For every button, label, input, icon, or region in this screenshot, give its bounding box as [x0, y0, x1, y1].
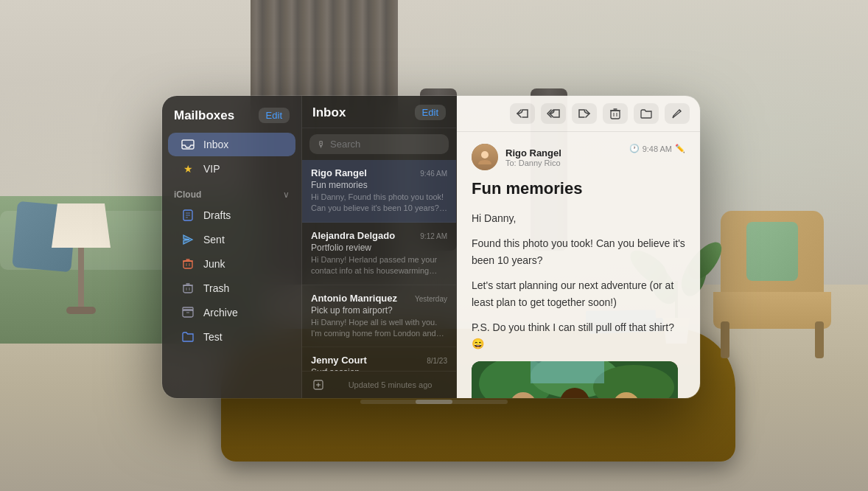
- sidebar-item-drafts[interactable]: Drafts: [168, 203, 295, 227]
- archive-icon: [180, 307, 196, 318]
- email-item-header-1: Rigo Rangel 9:46 AM: [311, 167, 447, 178]
- mailboxes-sidebar: Mailboxes Edit Inbox ★ VIP iCloud ∨: [162, 96, 302, 398]
- archive-label: Archive: [203, 307, 238, 318]
- search-input[interactable]: [330, 139, 441, 150]
- body-line-3: Let's start planning our next adventure …: [472, 277, 685, 310]
- email-list: Rigo Rangel 9:46 AM Fun memories Hi Dann…: [302, 160, 456, 371]
- email-item-2[interactable]: Alejandra Delgado 9:12 AM Portfolio revi…: [302, 223, 456, 285]
- avatar-face: [472, 144, 498, 170]
- drafts-icon: [180, 209, 196, 221]
- svg-rect-21: [611, 111, 620, 119]
- forward-button[interactable]: [572, 103, 597, 124]
- sidebar-edit-button[interactable]: Edit: [259, 108, 290, 123]
- body-line-2: Found this photo you took! Can you belie…: [472, 235, 685, 268]
- email-item-header-4: Jenny Court 8/1/23: [311, 355, 447, 366]
- floor-lamp: [52, 203, 111, 314]
- lamp-foot: [66, 307, 96, 314]
- star-icon: ★: [180, 163, 196, 175]
- icloud-label: iCloud: [174, 189, 201, 200]
- sender-avatar: [472, 144, 498, 170]
- body-line-1: Hi Danny,: [472, 210, 685, 226]
- updated-status: Updated 5 minutes ago: [332, 380, 449, 389]
- email-detail-time-value: 9:48 AM: [643, 144, 672, 153]
- email-list-header: Inbox Edit: [302, 96, 456, 128]
- email-preview-2: Hi Danny! Herland passed me your contact…: [311, 254, 447, 277]
- from-text-info: Rigo Rangel To: Danny Rico: [505, 147, 561, 167]
- icloud-header: iCloud ∨: [162, 187, 301, 203]
- move-button[interactable]: [634, 103, 659, 124]
- reply-all-button[interactable]: [541, 103, 566, 124]
- email-detail-content: Rigo Rangel To: Danny Rico 🕐 9:48 AM ✏️ …: [457, 132, 700, 398]
- body-line-4: P.S. Do you think I can still pull off t…: [472, 319, 685, 352]
- recipient-line: To: Danny Rico: [505, 159, 561, 167]
- sidebar-item-sent[interactable]: Sent: [168, 228, 295, 251]
- svg-rect-5: [183, 261, 192, 268]
- chair-seat: [713, 292, 831, 329]
- test-label: Test: [203, 331, 223, 343]
- sidebar-item-trash[interactable]: Trash: [168, 276, 295, 300]
- drafts-label: Drafts: [203, 209, 231, 221]
- email-sender-4: Jenny Court: [311, 355, 367, 366]
- email-detail-header: Rigo Rangel To: Danny Rico 🕐 9:48 AM ✏️: [472, 144, 685, 170]
- email-detail-panel: Rigo Rangel To: Danny Rico 🕐 9:48 AM ✏️ …: [457, 96, 700, 398]
- email-detail-time-block: 🕐 9:48 AM ✏️: [629, 144, 685, 153]
- delete-button[interactable]: [603, 103, 628, 124]
- chevron-down-icon: ∨: [283, 189, 290, 200]
- scrollbar-thumb[interactable]: [416, 400, 452, 404]
- sidebar-item-inbox[interactable]: Inbox: [168, 133, 295, 156]
- email-subject-heading: Fun memories: [472, 179, 685, 198]
- sidebar-item-archive[interactable]: Archive: [168, 301, 295, 324]
- search-bar[interactable]: 🎙: [309, 134, 449, 154]
- sidebar-title: Mailboxes: [174, 108, 234, 123]
- trash-label: Trash: [203, 282, 229, 294]
- sidebar-inbox-label: Inbox: [203, 139, 228, 150]
- sidebar-item-vip[interactable]: ★ VIP: [168, 157, 295, 181]
- clock-icon: 🕐: [629, 144, 640, 153]
- email-time-1: 9:46 AM: [420, 170, 447, 178]
- lamp-base: [78, 248, 84, 307]
- arm-chair: [706, 211, 839, 358]
- sidebar-item-junk[interactable]: Junk: [168, 252, 295, 276]
- email-time-2: 9:12 AM: [420, 232, 447, 240]
- svg-rect-10: [183, 285, 192, 293]
- compose-button[interactable]: [665, 103, 690, 124]
- sidebar-header: Mailboxes Edit: [162, 108, 301, 132]
- email-item-header-3: Antonio Manriquez Yesterday: [311, 293, 447, 304]
- email-subject-2: Portfolio review: [311, 243, 447, 253]
- reply-button[interactable]: [510, 103, 535, 124]
- junk-label: Junk: [203, 258, 225, 270]
- email-item-1[interactable]: Rigo Rangel 9:46 AM Fun memories Hi Dann…: [302, 160, 456, 223]
- email-item-header-2: Alejandra Delgado 9:12 AM: [311, 230, 447, 241]
- svg-rect-33: [531, 361, 604, 383]
- inbox-panel-title: Inbox: [312, 105, 346, 120]
- email-sender-1: Rigo Rangel: [311, 167, 367, 178]
- trash-icon: [180, 282, 196, 294]
- email-sender-2: Alejandra Delgado: [311, 230, 395, 241]
- window-scrollbar[interactable]: [360, 400, 508, 404]
- email-preview-1: Hi Danny, Found this photo you took! Can…: [311, 192, 447, 215]
- attached-photo: [472, 361, 678, 398]
- recipient-name: Danny Rico: [519, 159, 561, 167]
- svg-rect-16: [183, 307, 193, 310]
- compose-list-button[interactable]: [309, 376, 327, 394]
- folder-icon: [180, 331, 196, 343]
- sender-name: Rigo Rangel: [505, 147, 561, 159]
- email-item-3[interactable]: Antonio Manriquez Yesterday Pick up from…: [302, 285, 456, 348]
- svg-point-27: [481, 151, 489, 159]
- email-list-panel: Inbox Edit 🎙 Rigo Rangel 9:46 AM Fun mem…: [302, 96, 457, 398]
- sidebar-item-test[interactable]: Test: [168, 325, 295, 349]
- sent-label: Sent: [203, 234, 225, 246]
- chair-pillow: [746, 222, 798, 281]
- email-toolbar: [457, 96, 700, 132]
- pencil-icon: ✏️: [675, 144, 685, 153]
- email-item-4[interactable]: Jenny Court 8/1/23 Surf session Weekend …: [302, 347, 456, 371]
- lamp-shade: [52, 203, 111, 248]
- email-subject-1: Fun memories: [311, 180, 447, 190]
- chair-leg-left: [721, 321, 729, 358]
- email-time-3: Yesterday: [415, 295, 447, 303]
- email-from-info: Rigo Rangel To: Danny Rico: [472, 144, 561, 170]
- inbox-edit-button[interactable]: Edit: [415, 105, 446, 120]
- email-sender-3: Antonio Manriquez: [311, 293, 397, 304]
- sent-icon: [180, 234, 196, 246]
- email-time-4: 8/1/23: [427, 357, 447, 365]
